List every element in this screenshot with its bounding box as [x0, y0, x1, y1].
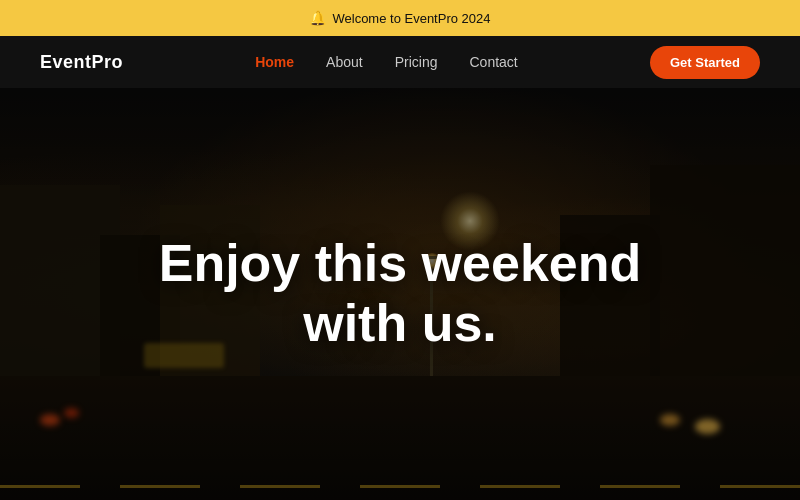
navbar: EventPro Home About Pricing Contact Get …: [0, 36, 800, 88]
nav-item-home[interactable]: Home: [255, 53, 294, 71]
nav-logo: EventPro: [40, 52, 123, 73]
get-started-button[interactable]: Get Started: [650, 46, 760, 79]
nav-item-pricing[interactable]: Pricing: [395, 53, 438, 71]
hero-heading-line2: with us.: [303, 294, 497, 352]
hero-section: Enjoy this weekend with us.: [0, 88, 800, 500]
nav-link-pricing[interactable]: Pricing: [395, 54, 438, 70]
nav-link-about[interactable]: About: [326, 54, 363, 70]
hero-heading-line1: Enjoy this weekend: [159, 234, 642, 292]
announcement-bar: 🔔 Welcome to EventPro 2024: [0, 0, 800, 36]
hero-heading: Enjoy this weekend with us.: [159, 234, 642, 354]
nav-link-contact[interactable]: Contact: [470, 54, 518, 70]
nav-link-home[interactable]: Home: [255, 54, 294, 70]
nav-item-contact[interactable]: Contact: [470, 53, 518, 71]
hero-content: Enjoy this weekend with us.: [0, 88, 800, 500]
nav-item-about[interactable]: About: [326, 53, 363, 71]
announcement-text: Welcome to EventPro 2024: [332, 11, 490, 26]
bell-icon: 🔔: [309, 10, 326, 26]
nav-links: Home About Pricing Contact: [255, 53, 518, 71]
